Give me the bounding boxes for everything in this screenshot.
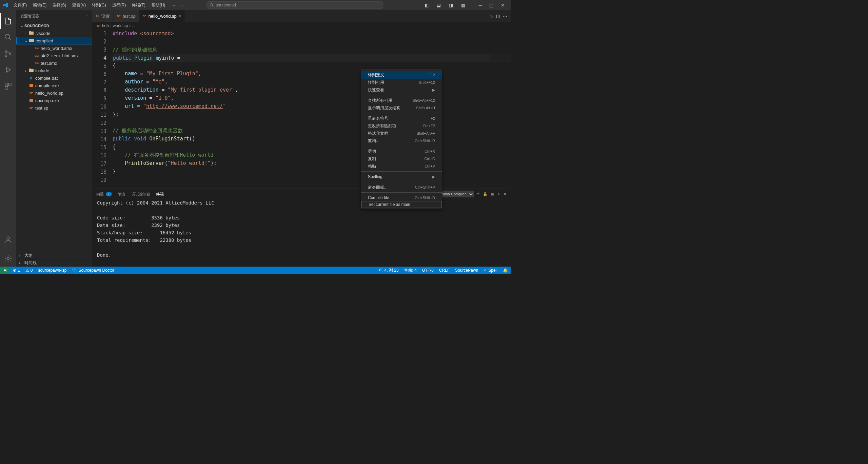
- remote-indicator[interactable]: [0, 267, 10, 274]
- sidebar-more-icon[interactable]: ⋯: [84, 14, 88, 18]
- sidebar-explorer: 资源管理器 ⋯ ⌄ SOURCEMOD ›.vscode⌄compiledSMh…: [16, 10, 92, 267]
- tree-file[interactable]: SMtest.smx: [16, 59, 92, 67]
- context-menu-item[interactable]: 更改所有匹配项Ctrl+F2: [361, 122, 442, 130]
- terminal-output[interactable]: Copyright (c) 2004-2021 AlliedModders LL…: [92, 199, 511, 267]
- status-item[interactable]: 空格: 4: [401, 268, 419, 273]
- menu-item[interactable]: 文件(F): [11, 1, 29, 9]
- menu-item[interactable]: 终端(T): [129, 1, 148, 9]
- layout-panel-icon[interactable]: ⬓: [433, 1, 444, 10]
- statusbar: ⊗1⚠0sourcepawn-lsp🩺Sourcepawn Doctor 行 4…: [0, 267, 511, 274]
- more-actions-icon[interactable]: ⋯: [503, 14, 507, 19]
- terminal-lock-icon[interactable]: 🔒: [483, 192, 488, 196]
- sp-file-icon: SP: [117, 15, 121, 18]
- context-menu-item[interactable]: 转到引用Shift+F12: [361, 79, 442, 86]
- window-close-icon[interactable]: ✕: [497, 1, 508, 10]
- terminal-list-icon[interactable]: ≡: [477, 192, 479, 196]
- breadcrumb[interactable]: SP hello_world.sp › ...: [92, 22, 511, 30]
- tree-file[interactable]: compile.exe: [16, 82, 92, 89]
- vscode-logo-icon: [3, 2, 8, 8]
- search-activity-icon[interactable]: [0, 29, 16, 45]
- tree-file[interactable]: SMhello_world.smx: [16, 44, 92, 52]
- new-terminal-icon[interactable]: ⊞: [491, 192, 494, 196]
- tree-folder[interactable]: ›.vscode: [16, 30, 92, 37]
- status-icon: ✓: [484, 268, 487, 273]
- context-menu-item[interactable]: 粘贴Ctrl+V: [361, 162, 442, 170]
- context-menu-item[interactable]: Compile fileCtrl+Shift+D: [361, 194, 442, 201]
- panel-tab[interactable]: 问题1: [96, 192, 112, 197]
- exe-icon: [28, 83, 34, 88]
- status-item[interactable]: sourcepawn-lsp: [35, 268, 69, 273]
- context-menu-item[interactable]: 复制Ctrl+C: [361, 155, 442, 162]
- extensions-icon[interactable]: [0, 78, 16, 94]
- context-menu-item[interactable]: 重命名符号F2: [361, 115, 442, 122]
- split-editor-icon[interactable]: ◫: [496, 14, 500, 19]
- panel-close-icon[interactable]: ✕: [504, 192, 507, 196]
- status-item[interactable]: UTF-8: [419, 268, 436, 273]
- status-item[interactable]: SourcePawn: [452, 268, 481, 273]
- tree-file[interactable]: 🗎compile.dat: [16, 74, 92, 82]
- tree-file[interactable]: spcomp.exe: [16, 97, 92, 104]
- menu-item[interactable]: 查看(V): [70, 1, 88, 9]
- settings-gear-icon[interactable]: [0, 250, 16, 267]
- status-item[interactable]: ✓Spell: [481, 268, 500, 273]
- menu-item[interactable]: 选择(S): [50, 1, 69, 9]
- menu-item[interactable]: 运行(R): [110, 1, 129, 9]
- tree-file[interactable]: SPtest.sp: [16, 104, 92, 112]
- panel-maximize-icon[interactable]: ∧: [497, 192, 500, 196]
- status-item[interactable]: ⚠0: [23, 268, 36, 273]
- tree-root[interactable]: ⌄ SOURCEMOD: [16, 22, 92, 30]
- tree-folder[interactable]: ⌄compiled: [16, 37, 92, 44]
- layout-customize-icon[interactable]: ▦: [458, 1, 469, 10]
- nav-back-icon[interactable]: ←: [172, 3, 176, 8]
- nav-forward-icon[interactable]: →: [179, 3, 183, 8]
- status-item[interactable]: ⊗1: [10, 268, 23, 273]
- editor-tab[interactable]: ⚙设置: [92, 10, 114, 22]
- window-maximize-icon[interactable]: ▢: [486, 1, 497, 10]
- context-menu-item[interactable]: 转到定义F12: [361, 71, 442, 79]
- tree-folder[interactable]: ›include: [16, 67, 92, 74]
- context-menu-item[interactable]: 命令面板...Ctrl+Shift+P: [361, 183, 442, 191]
- panel-tab[interactable]: 输出: [118, 192, 125, 197]
- status-item[interactable]: 🔔: [500, 268, 511, 273]
- accounts-icon[interactable]: [0, 231, 16, 248]
- explorer-icon[interactable]: [0, 13, 16, 29]
- close-tab-icon[interactable]: ×: [179, 14, 181, 19]
- context-menu-item[interactable]: Set current file as main: [361, 201, 442, 208]
- panel-tab[interactable]: 终端: [156, 192, 164, 197]
- layout-sidebar-right-icon[interactable]: ◨: [446, 1, 456, 10]
- context-menu-item[interactable]: 重构...Ctrl+Shift+R: [361, 137, 442, 144]
- status-item[interactable]: CRLF: [436, 268, 452, 273]
- command-center-search[interactable]: sourcemod: [206, 1, 383, 9]
- run-debug-icon[interactable]: [0, 62, 16, 78]
- window-minimize-icon[interactable]: ─: [475, 1, 485, 10]
- remote-icon: [3, 268, 7, 273]
- status-item[interactable]: 🩺Sourcepawn Doctor: [69, 268, 117, 273]
- sidebar-section[interactable]: ›大纲: [16, 252, 92, 259]
- tree-file[interactable]: SPhello_world.sp: [16, 89, 92, 97]
- context-menu-item[interactable]: 显示调用层次结构Shift+Alt+H: [361, 104, 442, 112]
- editor-tab[interactable]: SPhello_world.sp×: [139, 10, 185, 22]
- context-menu-item[interactable]: 剪切Ctrl+X: [361, 148, 442, 155]
- source-control-icon[interactable]: [0, 45, 16, 62]
- context-menu-item[interactable]: 格式化文档Shift+Alt+F: [361, 130, 442, 137]
- titlebar: 文件(F)编辑(E)选择(S)查看(V)转到(G)运行(R)终端(T)帮助(H)…: [0, 0, 511, 10]
- panel-tab[interactable]: 调试控制台: [132, 192, 150, 197]
- context-menu-item[interactable]: 快速查看▶: [361, 86, 442, 94]
- code-editor[interactable]: 12345678910111213141516171819 #include <…: [92, 30, 511, 189]
- editor-tab[interactable]: SPtest.sp: [114, 10, 139, 22]
- sidebar-section[interactable]: ›时间线: [16, 259, 92, 267]
- status-item[interactable]: 行 4, 列 23: [376, 268, 401, 273]
- context-menu-item[interactable]: 查找所有引用Shift+Alt+F12: [361, 97, 442, 104]
- run-icon[interactable]: ▷: [490, 14, 493, 19]
- minimap[interactable]: [490, 30, 511, 189]
- menu-item[interactable]: 转到(G): [89, 1, 108, 9]
- layout-sidebar-left-icon[interactable]: ◧: [421, 1, 432, 10]
- context-menu-item[interactable]: Spelling▶: [361, 173, 442, 180]
- menu-item[interactable]: 编辑(E): [30, 1, 49, 9]
- svg-line-3: [9, 38, 11, 40]
- menu-item[interactable]: 帮助(H): [149, 1, 168, 9]
- tree-file[interactable]: SMl4d2_item_hint.smx: [16, 52, 92, 59]
- status-icon: 🔔: [503, 268, 508, 273]
- sp-file-icon: SP: [28, 90, 34, 96]
- svg-rect-9: [5, 86, 8, 89]
